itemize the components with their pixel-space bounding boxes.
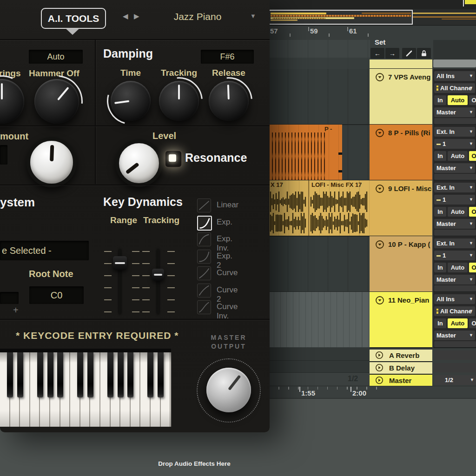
track-header-11[interactable]: 11 Neo_Pian [370,292,432,348]
black-key[interactable] [17,352,23,397]
monitor-auto-button[interactable]: Auto [448,95,468,105]
monitor-auto-button[interactable]: Auto [448,151,468,161]
zoom-scroll-band[interactable] [268,40,370,58]
return-b-header[interactable]: B Delay [370,362,432,375]
audio-clip-track-8[interactable]: P - [269,125,342,180]
preset-next-button[interactable]: ▶ [134,12,139,20]
track-fold-icon[interactable] [375,73,384,82]
return-play-icon[interactable] [375,351,383,359]
monitor-off-button[interactable]: Off [469,318,476,328]
monitor-in-button[interactable]: In [434,151,446,161]
input-type-chooser[interactable]: All Ins▼ [434,294,475,304]
output-chooser[interactable]: Master▼ [434,219,475,229]
ai-tools-button[interactable]: A.I. TOOLS [41,8,106,29]
black-key[interactable] [47,352,53,397]
resonance-toggle[interactable] [165,150,182,168]
black-key[interactable] [77,352,83,397]
input-channel-chooser[interactable]: 1▼ [434,139,475,149]
audio-clip-track-9-left[interactable]: X 17 [269,180,309,236]
track-header-9[interactable]: 9 LOFI - Misc [370,180,432,237]
return-a-header[interactable]: A Reverb [370,350,432,362]
input-type-chooser[interactable]: Ext. In▼ [434,183,475,192]
return-a-delay-box[interactable] [434,350,476,360]
track-delay-box[interactable] [434,285,476,291]
range-slider-handle[interactable] [113,256,127,270]
hammer-off-knob[interactable] [34,79,79,124]
track-fold-icon[interactable] [375,184,384,193]
return-play-icon[interactable] [375,376,383,384]
black-key[interactable] [87,352,93,397]
black-key[interactable] [57,352,63,397]
resonance-level-knob[interactable] [115,139,163,187]
track-delay-box[interactable] [434,341,476,347]
monitor-in-button[interactable]: In [434,207,446,217]
input-channel-chooser[interactable]: All Channe▼ [434,306,475,316]
output-chooser[interactable]: Master▼ [434,331,475,340]
track-delay-box[interactable] [434,174,476,180]
amount-value-display-partial[interactable] [0,145,7,165]
master-header[interactable]: Master [370,375,432,387]
monitor-off-button[interactable]: Off [469,151,476,161]
root-note-plus-button[interactable]: + [13,305,19,316]
audio-clip-track-9-right[interactable]: LOFI - Misc FX 17 [309,180,370,236]
previous-track-delay-box[interactable] [433,60,476,67]
amount-knob[interactable] [26,137,77,187]
black-key[interactable] [147,352,153,397]
return-play-icon[interactable] [375,364,383,372]
track-header-10[interactable]: 10 P - Kapp ( [370,236,432,292]
preset-prev-button[interactable]: ◀ [123,12,128,20]
input-type-chooser[interactable]: All Ins▼ [434,71,475,81]
black-key[interactable] [158,352,164,397]
monitor-off-button[interactable]: Off [469,263,476,272]
partial-box[interactable] [0,292,19,304]
monitor-off-button[interactable]: Off [469,207,476,217]
damping-tracking-knob[interactable] [159,81,199,121]
input-type-chooser[interactable]: Ext. In▼ [434,238,475,248]
damping-note-display[interactable]: F#6 [201,50,254,64]
track-header-7[interactable]: 7 VPS Aveng [370,69,432,125]
track-delay-box[interactable] [434,230,476,236]
monitor-auto-button[interactable]: Auto [448,318,468,328]
output-chooser[interactable]: Master▼ [434,275,475,284]
black-key[interactable] [107,352,113,397]
track-delay-box[interactable] [434,118,476,124]
master-output-chooser[interactable]: 1/2▼ [434,375,476,385]
preset-name[interactable]: Jazz Piano [158,11,237,22]
monitor-in-button[interactable]: In [434,95,446,105]
monitor-auto-button[interactable]: Auto [448,263,468,272]
tracking-slider-track[interactable] [157,249,159,314]
root-note-display[interactable]: C0 [29,286,84,304]
track-11-lane-highlight[interactable] [268,292,370,347]
strings-auto-display[interactable]: Auto [29,50,83,64]
damping-release-knob[interactable] [209,81,249,121]
set-back-arrow-button[interactable]: ← [370,48,384,59]
time-ruler[interactable]: 1:55 2:00 [268,386,476,398]
track-fold-icon[interactable] [375,240,384,249]
monitor-off-button[interactable]: Off [469,95,476,105]
master-lane[interactable]: 1/2 [268,373,370,385]
monitor-in-button[interactable]: In [434,318,446,328]
input-channel-chooser[interactable]: All Channe▼ [434,83,475,93]
track-header-8[interactable]: 8 P - Pills (Ri [370,125,432,181]
white-keys[interactable] [0,352,171,427]
strings-knob[interactable] [0,79,24,124]
preset-dropdown-icon[interactable]: ▼ [250,13,256,20]
monitor-in-button[interactable]: In [434,263,446,272]
set-lock-button[interactable] [417,48,431,59]
piano-keyboard[interactable] [0,349,171,427]
partial-track-header[interactable] [370,60,432,69]
output-chooser[interactable]: Master▼ [434,107,475,117]
system-selection-display[interactable]: e Selected - [0,241,89,260]
black-key[interactable] [7,352,13,397]
track-fold-icon[interactable] [375,296,384,305]
black-key[interactable] [37,352,43,397]
master-output-knob[interactable] [206,368,251,412]
set-line-mode-button[interactable] [402,48,416,59]
input-channel-chooser[interactable]: 1▼ [434,251,475,260]
set-forward-arrow-button[interactable]: → [385,48,399,59]
input-type-chooser[interactable]: Ext. In▼ [434,127,475,137]
monitor-auto-button[interactable]: Auto [448,207,468,217]
tracking-slider-handle[interactable] [152,269,164,281]
black-key[interactable] [127,352,133,397]
input-channel-chooser[interactable]: 1▼ [434,195,475,205]
